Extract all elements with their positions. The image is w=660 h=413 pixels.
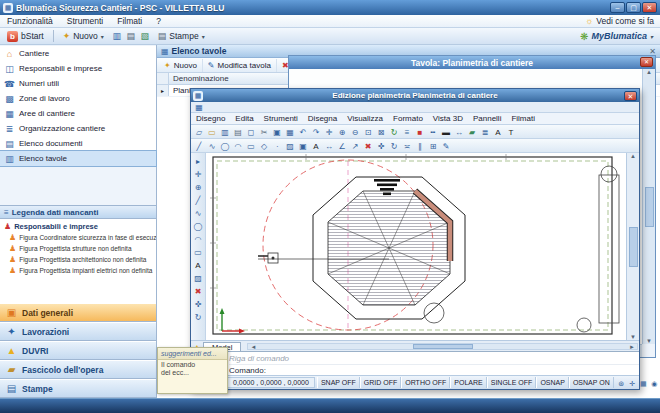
legend-warning-item[interactable]: ♟ Figura Progettista impianti elettrici …: [0, 265, 156, 276]
cad-toolbar-icon[interactable]: ⊡: [362, 126, 374, 138]
cad-toolbar-icon[interactable]: ▣: [297, 140, 309, 152]
planimetria-icon[interactable]: ▦: [193, 101, 205, 113]
sidebar-section-button[interactable]: ▰ Fascicolo dell'opera: [0, 360, 156, 379]
cad-toolbar-icon[interactable]: ↗: [349, 140, 361, 152]
cad-draw-tool-icon[interactable]: ▨: [192, 271, 204, 284]
cad-toolbar-icon[interactable]: ↔: [323, 140, 335, 152]
cad-toolbar-icon[interactable]: ⊞: [427, 140, 439, 152]
menu-item[interactable]: Strumenti: [60, 15, 110, 27]
sidebar-section-button[interactable]: ▣ Dati generali: [0, 303, 156, 322]
cad-toolbar-icon[interactable]: ⊠: [375, 126, 387, 138]
status-toggle[interactable]: GRID OFF: [360, 377, 401, 388]
column-header[interactable]: Denominazione: [169, 74, 229, 83]
cad-toolbar-icon[interactable]: ✂: [258, 126, 270, 138]
cad-toolbar-icon[interactable]: A: [310, 140, 322, 152]
cad-vertical-scrollbar[interactable]: ▲ ▼: [626, 153, 639, 340]
cad-draw-tool-icon[interactable]: ◯: [192, 219, 204, 232]
cad-toolbar-icon[interactable]: ∿: [206, 140, 218, 152]
toolbar-icon[interactable]: ▧: [138, 31, 152, 41]
cad-toolbar-icon[interactable]: ≣: [479, 126, 491, 138]
cad-menu-item[interactable]: Disegna: [303, 114, 342, 123]
nuovo-button[interactable]: ✦ Nuovo ▾: [59, 30, 108, 42]
command-input[interactable]: [269, 366, 639, 375]
cad-draw-tool-icon[interactable]: A: [192, 258, 204, 271]
status-icon[interactable]: ▦: [638, 377, 649, 388]
cad-toolbar-icon[interactable]: A: [492, 126, 504, 138]
scrollbar-thumb[interactable]: [413, 344, 473, 349]
sidebar-nav-item[interactable]: ☎ Numeri utili: [0, 76, 156, 91]
cad-draw-tool-icon[interactable]: ↻: [192, 310, 204, 323]
cad-toolbar-icon[interactable]: ▱: [193, 126, 205, 138]
minimize-button[interactable]: –: [610, 2, 625, 13]
cad-toolbar-icon[interactable]: ∙: [271, 140, 283, 152]
sidebar-section-button[interactable]: ▤ Stampe: [0, 379, 156, 398]
cad-menu-item[interactable]: Pannelli: [468, 114, 506, 123]
cad-toolbar-icon[interactable]: ▬: [440, 126, 452, 138]
scroll-up-icon[interactable]: ▲: [646, 69, 652, 75]
status-icon[interactable]: ✛: [627, 377, 638, 388]
tavola-close-button[interactable]: ✕: [640, 57, 653, 67]
sidebar-nav-item[interactable]: ▩ Zone di lavoro: [0, 91, 156, 106]
cad-toolbar-icon[interactable]: ✎: [440, 140, 452, 152]
cad-toolbar-icon[interactable]: ╍: [427, 126, 439, 138]
menu-item[interactable]: ?: [149, 15, 168, 27]
sidebar-section-button[interactable]: ▲ DUVRI: [0, 341, 156, 360]
cad-toolbar-icon[interactable]: ◇: [258, 140, 270, 152]
cad-toolbar-icon[interactable]: ↻: [388, 140, 400, 152]
cad-toolbar-icon[interactable]: ↔: [453, 126, 465, 138]
status-icon[interactable]: ⊛: [616, 377, 627, 388]
cad-toolbar-icon[interactable]: ▨: [284, 140, 296, 152]
cad-toolbar-icon[interactable]: ⊕: [336, 126, 348, 138]
legend-warning-item[interactable]: ♟ Figura Progettista strutture non defin…: [0, 243, 156, 254]
cad-toolbar-icon[interactable]: T: [505, 126, 517, 138]
close-button[interactable]: ✕: [642, 2, 657, 13]
cad-menu-item[interactable]: Filmati: [506, 114, 540, 123]
elenco-toolbar-button[interactable]: ✎ Modifica tavola: [203, 59, 277, 72]
sidebar-nav-item[interactable]: ▥ Elenco tavole: [0, 151, 156, 166]
scroll-down-icon[interactable]: ▼: [646, 338, 652, 344]
cad-horizontal-scrollbar[interactable]: ◄ ►: [247, 343, 638, 350]
cad-menu-item[interactable]: Strumenti: [259, 114, 303, 123]
stampe-button[interactable]: ▤ Stampe ▾: [154, 30, 209, 42]
cad-toolbar-icon[interactable]: ≡: [401, 126, 413, 138]
cad-menu-item[interactable]: Vista 3D: [428, 114, 468, 123]
cad-draw-tool-icon[interactable]: ✛: [192, 167, 204, 180]
cad-menu-item[interactable]: Visualizza: [342, 114, 388, 123]
cad-toolbar-icon[interactable]: ◻: [245, 126, 257, 138]
sidebar-nav-item[interactable]: ≣ Organizzazione cantiere: [0, 121, 156, 136]
cad-menu-item[interactable]: Formato: [388, 114, 428, 123]
cad-toolbar-icon[interactable]: ✜: [375, 140, 387, 152]
cad-toolbar-icon[interactable]: ✛: [323, 126, 335, 138]
cad-draw-tool-icon[interactable]: ◠: [192, 232, 204, 245]
cad-toolbar-icon[interactable]: ╱: [193, 140, 205, 152]
cad-toolbar-icon[interactable]: ▭: [245, 140, 257, 152]
cad-draw-tool-icon[interactable]: ▸: [192, 154, 204, 167]
status-toggle[interactable]: OSNAP ON: [569, 377, 614, 388]
cad-draw-tool-icon[interactable]: ╱: [192, 193, 204, 206]
cad-toolbar-icon[interactable]: ↷: [310, 126, 322, 138]
cad-draw-tool-icon[interactable]: ⊕: [192, 180, 204, 193]
cad-draw-tool-icon[interactable]: ▭: [192, 245, 204, 258]
cad-close-button[interactable]: ✕: [624, 91, 637, 101]
cad-draw-tool-icon[interactable]: ✜: [192, 297, 204, 310]
maximize-button[interactable]: ▢: [626, 2, 641, 13]
cad-toolbar-icon[interactable]: ◠: [232, 140, 244, 152]
cad-toolbar-icon[interactable]: ▭: [206, 126, 218, 138]
toolbar-icon[interactable]: ▥: [110, 31, 124, 41]
sidebar-nav-item[interactable]: ▤ Elenco documenti: [0, 136, 156, 151]
status-toggle[interactable]: SNAP OFF: [317, 377, 360, 388]
cad-toolbar-icon[interactable]: ⊖: [349, 126, 361, 138]
cad-menu-item[interactable]: Disegno: [191, 114, 230, 123]
cad-toolbar-icon[interactable]: ∥: [414, 140, 426, 152]
cad-toolbar-icon[interactable]: ▰: [466, 126, 478, 138]
legend-warning-item[interactable]: ♟ Figura Progettista architettonico non …: [0, 254, 156, 265]
sidebar-nav-item[interactable]: ▦ Aree di cantiere: [0, 106, 156, 121]
scroll-left-icon[interactable]: ◄: [250, 344, 256, 350]
cad-menu-item[interactable]: Edita: [230, 114, 258, 123]
cad-toolbar-icon[interactable]: ▤: [232, 126, 244, 138]
menu-item[interactable]: Filmati: [110, 15, 149, 27]
cad-toolbar-icon[interactable]: ↶: [297, 126, 309, 138]
sidebar-section-button[interactable]: ✦ Lavorazioni: [0, 322, 156, 341]
status-toggle[interactable]: SINGLE OFF: [487, 377, 537, 388]
tavola-vertical-scrollbar[interactable]: ▲ ▼: [642, 69, 655, 344]
